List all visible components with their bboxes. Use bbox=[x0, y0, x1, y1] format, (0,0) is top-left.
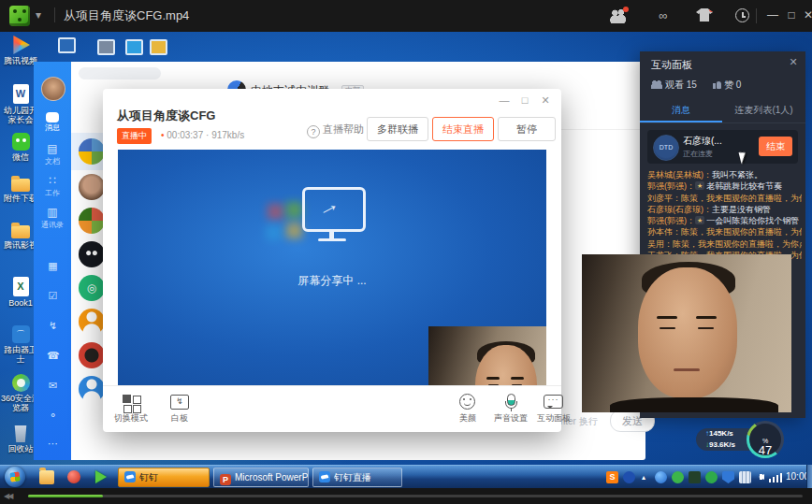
search-input[interactable] bbox=[79, 67, 161, 79]
chevron-down-icon[interactable]: ▾ bbox=[36, 8, 41, 22]
upload-speed: 145K/s bbox=[709, 429, 733, 438]
pause-button[interactable]: 暂停 bbox=[498, 117, 556, 141]
tray-grid-icon[interactable] bbox=[739, 471, 751, 483]
viewers-count: 15 bbox=[687, 79, 697, 90]
show-desktop-button[interactable] bbox=[806, 465, 812, 488]
download-speed: 93.6K/s bbox=[709, 440, 735, 449]
webcam-face bbox=[486, 377, 500, 380]
task-button-dingtalk[interactable]: 钉钉 bbox=[118, 468, 210, 487]
chat-message: 刘彦平：陈策，我来围观你的直播啦，为你点赞！ bbox=[647, 193, 802, 204]
sidebar-item-contacts[interactable]: ▥ 通讯录 bbox=[34, 206, 71, 230]
chat-panel-icon: ··· bbox=[544, 395, 563, 409]
close-button[interactable]: ✕ bbox=[537, 93, 554, 108]
chat-message: 孙本伟：陈策，我来围观你的直播啦，为你点赞！ bbox=[647, 226, 802, 238]
share-nodes-icon[interactable]: ⚬ bbox=[47, 410, 59, 422]
account-icon[interactable] bbox=[610, 8, 627, 23]
chat-list-avatar[interactable] bbox=[79, 241, 105, 267]
end-live-button[interactable]: 结束直播 bbox=[432, 117, 494, 141]
browser-globe-icon bbox=[12, 374, 30, 392]
player-bottom-bar: ◀◀ bbox=[0, 488, 812, 504]
whiteboard-button[interactable]: ↯ 白板 bbox=[155, 392, 204, 425]
switch-mode-button[interactable]: 切换模式 bbox=[107, 392, 155, 425]
chat-bubble-icon bbox=[46, 112, 59, 122]
ime-sogou-icon[interactable]: S bbox=[606, 471, 618, 483]
desktop-shortcut-icon[interactable] bbox=[150, 39, 167, 55]
live-help-link[interactable]: ?直播帮助 bbox=[307, 122, 364, 138]
computer-icon[interactable] bbox=[58, 37, 76, 53]
maximize-button[interactable]: □ bbox=[516, 93, 533, 108]
beauty-filter-button[interactable]: 美颜 bbox=[443, 392, 492, 425]
history-clock-icon[interactable] bbox=[735, 8, 749, 22]
player-logo-icon[interactable] bbox=[9, 6, 30, 26]
live-bitrate: 917kb/s bbox=[211, 130, 244, 140]
live-time: 00:03:37 bbox=[167, 130, 203, 140]
tray-bankcard-icon[interactable] bbox=[689, 471, 701, 483]
calendar-icon[interactable]: ▦ bbox=[47, 260, 59, 272]
theme-shirt-icon[interactable] bbox=[696, 8, 713, 22]
seek-bar[interactable] bbox=[28, 495, 803, 497]
dingtalk-icon bbox=[124, 471, 136, 482]
end-mic-button[interactable]: 结束 bbox=[759, 137, 792, 156]
audio-settings-button[interactable]: 声音设置 bbox=[486, 392, 535, 425]
whiteboard-icon: ↯ bbox=[170, 395, 189, 410]
webcam-face bbox=[488, 384, 499, 385]
player-titlebar: ▾ 从项目角度谈CFG.mp4 ∞ — □ ✕ bbox=[0, 0, 812, 32]
tray-expand-icon[interactable]: ▴ bbox=[642, 473, 645, 482]
video-title: 从项目角度谈CFG.mp4 bbox=[64, 7, 189, 24]
lightning-icon[interactable]: ↯ bbox=[47, 320, 59, 332]
explorer-taskbar-icon[interactable] bbox=[39, 470, 54, 484]
rewind-icon[interactable]: ◀◀ bbox=[4, 492, 11, 500]
docs-icon: ▤ bbox=[34, 142, 71, 156]
chat-list-avatar[interactable] bbox=[79, 309, 105, 335]
tab-messages[interactable]: 消息 bbox=[640, 100, 722, 121]
sidebar-item-messages[interactable]: 消息 bbox=[34, 110, 71, 133]
media-taskbar-icon[interactable] bbox=[67, 470, 80, 483]
sidebar-item-docs[interactable]: ▤ 文档 bbox=[34, 142, 71, 166]
tray-shield-icon[interactable] bbox=[722, 471, 734, 483]
dingtalk-icon bbox=[319, 471, 330, 482]
chat-list-avatar[interactable] bbox=[79, 342, 105, 368]
phone-icon[interactable]: ☎ bbox=[47, 350, 59, 362]
memory-usage-ball[interactable]: 47% bbox=[747, 421, 784, 458]
more-ellipsis-icon[interactable]: ⋯ bbox=[47, 438, 59, 450]
tab-mic-list[interactable]: 连麦列表(1人) bbox=[722, 100, 805, 121]
mic-user-card: DTD 石彦瑔(... 正在连麦 结束 bbox=[647, 130, 798, 164]
network-signal-icon[interactable] bbox=[769, 473, 782, 482]
chat-list-avatar[interactable] bbox=[79, 376, 105, 402]
mail-icon[interactable]: ✉ bbox=[47, 380, 59, 392]
chat-list-avatar[interactable] bbox=[79, 174, 105, 200]
chat-list-avatar[interactable] bbox=[79, 208, 105, 234]
desktop-shortcut-icon[interactable] bbox=[125, 39, 143, 55]
close-icon[interactable]: ✕ bbox=[787, 56, 800, 68]
chat-list-avatar[interactable] bbox=[79, 138, 105, 165]
volume-icon[interactable] bbox=[756, 474, 764, 480]
titlebar-divider bbox=[756, 8, 757, 23]
tray-dingtalk-icon[interactable] bbox=[655, 471, 667, 483]
link-icon[interactable]: ∞ bbox=[655, 8, 672, 23]
screen-share-status-text: 屏幕分享中 ... bbox=[118, 273, 546, 289]
tray-app-icon[interactable] bbox=[623, 471, 635, 483]
likes-stat: 赞 0 bbox=[713, 79, 741, 92]
tray-green-icon[interactable] bbox=[705, 471, 718, 483]
task-button-dingtalk-live[interactable]: 钉钉直播 bbox=[312, 468, 402, 487]
wechat-icon bbox=[12, 133, 30, 151]
question-icon: ? bbox=[307, 125, 320, 138]
minimize-button[interactable]: — bbox=[496, 93, 513, 108]
chat-list-avatar[interactable]: ◎ bbox=[79, 275, 105, 301]
webcam-face bbox=[657, 316, 677, 319]
player-taskbar-icon[interactable] bbox=[95, 470, 107, 483]
presenter-webcam-large bbox=[582, 254, 791, 412]
panel-title: 互动面板 bbox=[651, 58, 692, 72]
powerpoint-icon: P bbox=[220, 474, 231, 485]
multi-group-broadcast-button[interactable]: 多群联播 bbox=[367, 117, 428, 141]
sidebar-item-work[interactable]: ∷ 工作 bbox=[34, 174, 71, 198]
todo-check-icon[interactable]: ☑ bbox=[47, 290, 59, 302]
tencent-video-icon bbox=[11, 36, 30, 54]
task-button-powerpoint[interactable]: PMicrosoft PowerPo... bbox=[213, 468, 309, 487]
close-button[interactable]: ✕ bbox=[797, 6, 812, 24]
avatar[interactable] bbox=[41, 77, 65, 101]
desktop-shortcut-icon[interactable] bbox=[97, 39, 115, 55]
tray-wechat-icon[interactable] bbox=[672, 471, 684, 483]
start-button[interactable] bbox=[5, 467, 25, 487]
interactive-panel-button[interactable]: ··· 互动面板 bbox=[529, 392, 578, 425]
